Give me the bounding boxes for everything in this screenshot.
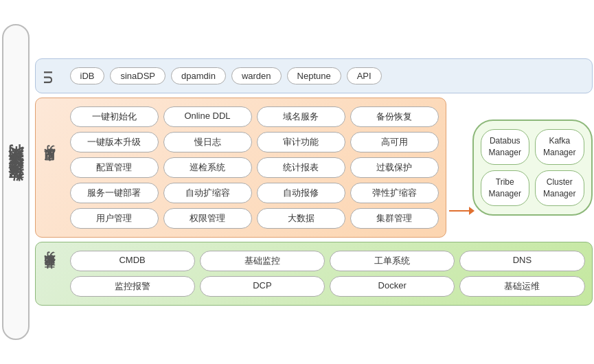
app-item-0-3: 备份恢复 [350,106,439,127]
app-item-3-1: 自动扩缩容 [163,183,252,203]
section-ui: UI iDB sinaDSP dpamdin warden Neptune AP… [35,58,593,93]
cluster-box: DatabusManager KafkaManager TribeManager… [472,120,593,215]
app-item-3-3: 弹性扩缩容 [350,183,439,203]
ui-item-idb: iDB [70,67,105,84]
base-item-0-0: CMDB [70,251,195,271]
base-item-0-2: 工单系统 [330,251,455,271]
cluster-kafka: KafkaManager [535,129,584,165]
ui-item-api: API [347,67,382,84]
base-item-1-3: 基础运维 [459,276,584,297]
right-arrow [449,210,470,212]
app-item-4-0: 用户管理 [70,208,159,229]
base-item-0-1: 基础监控 [200,251,325,271]
base-item-1-0: 监控报警 [70,276,195,297]
base-label: 基础服务 [43,270,63,278]
app-item-0-0: 一键初始化 [70,106,159,127]
main-container: 数据库运维体系架构 UI iDB sinaDSP dpamdin warden … [2,3,593,361]
app-section-wrapper: 应用服务 一键初始化 Online DDL 域名服务 备份恢复 一键版本升级 慢… [35,98,593,238]
app-item-2-2: 统计报表 [257,157,345,178]
app-item-0-2: 域名服务 [257,106,345,127]
app-item-2-1: 巡检系统 [163,157,252,178]
vertical-label: 数据库运维体系架构 [2,24,30,340]
cluster-cluster: ClusterManager [535,170,584,206]
app-item-1-3: 高可用 [350,132,439,152]
base-content: CMDB 基础监控 工单系统 DNS 监控报警 DCP Docker 基础运维 [70,251,585,297]
ui-item-sinadsp: sinaDSP [110,67,165,84]
ui-item-neptune: Neptune [287,67,341,84]
sections-main: UI iDB sinaDSP dpamdin warden Neptune AP… [35,58,593,306]
app-item-3-2: 自动报修 [257,183,345,203]
base-grid: CMDB 基础监控 工单系统 DNS 监控报警 DCP Docker 基础运维 [70,251,585,297]
app-item-4-1: 权限管理 [163,208,252,229]
ui-item-warden: warden [231,67,282,84]
app-grid: 一键初始化 Online DDL 域名服务 备份恢复 一键版本升级 慢日志 审计… [70,106,439,229]
app-content: 一键初始化 Online DDL 域名服务 备份恢复 一键版本升级 慢日志 审计… [70,106,439,229]
app-item-3-0: 服务一键部署 [70,183,159,203]
ui-content: iDB sinaDSP dpamdin warden Neptune API [70,67,585,84]
app-label: 应用服务 [43,163,63,172]
app-item-0-1: Online DDL [163,106,252,127]
section-app: 应用服务 一键初始化 Online DDL 域名服务 备份恢复 一键版本升级 慢… [35,98,446,238]
app-item-4-2: 大数据 [257,208,345,229]
app-item-1-0: 一键版本升级 [70,132,159,152]
app-item-2-3: 过载保护 [350,157,439,178]
base-item-1-2: Docker [330,276,455,297]
ui-items: iDB sinaDSP dpamdin warden Neptune API [70,67,585,84]
cluster-tribe: TribeManager [481,170,530,206]
app-item-1-2: 审计功能 [257,132,345,152]
ui-item-dpamdin: dpamdin [171,67,226,84]
arrow-container [449,210,470,238]
ui-label: UI [43,69,63,84]
app-item-1-1: 慢日志 [163,132,252,152]
cluster-databus: DatabusManager [481,129,530,165]
base-item-0-3: DNS [459,251,584,271]
base-item-1-1: DCP [200,276,325,297]
app-item-2-0: 配置管理 [70,157,159,178]
section-base: 基础服务 CMDB 基础监控 工单系统 DNS 监控报警 DCP Docker … [35,242,593,306]
app-item-4-3: 集群管理 [350,208,439,229]
